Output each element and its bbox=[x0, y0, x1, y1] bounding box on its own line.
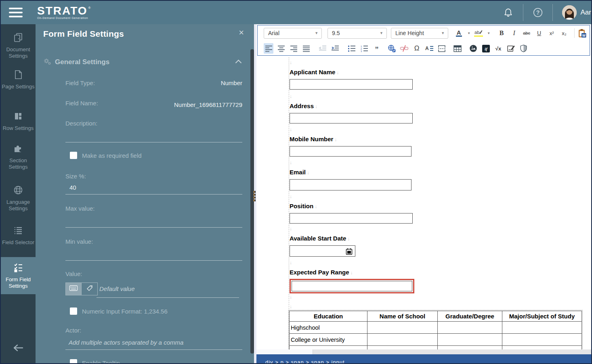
special-character-button[interactable]: Ω bbox=[412, 43, 422, 54]
font-color-button[interactable]: A bbox=[454, 28, 464, 38]
start-date-input[interactable] bbox=[290, 245, 355, 257]
splitter-grip-icon[interactable] bbox=[254, 191, 256, 202]
help-icon[interactable]: ? bbox=[533, 7, 543, 18]
sidebar-item-language-settings[interactable]: Language Settings bbox=[1, 185, 36, 212]
table-header-cell[interactable]: Major/Subject of Study bbox=[502, 311, 582, 322]
table-cell[interactable] bbox=[438, 334, 502, 346]
sidebar-item-row-settings[interactable]: Row Settings bbox=[1, 111, 36, 132]
italic-button[interactable]: I bbox=[509, 28, 519, 38]
table-header-cell[interactable]: Education bbox=[290, 311, 367, 322]
table-header-cell[interactable]: Graduate/Degree bbox=[438, 311, 502, 322]
table-cell[interactable] bbox=[502, 334, 582, 346]
close-icon[interactable]: × bbox=[239, 27, 244, 38]
numeric-format-checkbox[interactable] bbox=[70, 308, 77, 315]
table-header-cell[interactable]: Name of School bbox=[367, 311, 438, 322]
font-size-select[interactable]: 9.5▼ bbox=[327, 28, 387, 39]
tooltip-checkbox[interactable] bbox=[70, 359, 77, 363]
line-spacing-button[interactable]: A bbox=[424, 43, 434, 54]
hamburger-menu-icon[interactable] bbox=[9, 8, 23, 17]
paragraph-mark-icon: ↓ bbox=[290, 295, 292, 299]
max-value-input[interactable] bbox=[65, 227, 242, 228]
subscript-button[interactable]: x₂ bbox=[559, 28, 569, 38]
table-cell[interactable]: College or University bbox=[290, 334, 367, 346]
default-value-input[interactable]: Default value bbox=[99, 285, 135, 292]
user-avatar[interactable] bbox=[562, 5, 577, 20]
horizontal-scrollbar[interactable] bbox=[256, 349, 591, 354]
bulleted-list-button[interactable] bbox=[347, 43, 357, 54]
table-cell[interactable] bbox=[367, 346, 438, 350]
signature-button[interactable] bbox=[506, 43, 516, 54]
paste-from-word-button[interactable]: W bbox=[577, 28, 587, 38]
paragraph-mark-icon: ↓ bbox=[315, 204, 317, 209]
sidebar-item-form-field-settings[interactable]: Form Field Settings bbox=[1, 257, 36, 294]
highlight-color-button[interactable]: ab bbox=[474, 28, 483, 38]
blockquote-button[interactable]: ” bbox=[372, 43, 382, 54]
globe-icon bbox=[13, 190, 23, 197]
align-right-button[interactable] bbox=[289, 43, 298, 54]
sidebar: Document Settings Page Settings Row Sett… bbox=[1, 24, 36, 363]
expected-pay-range-input[interactable] bbox=[292, 281, 412, 291]
font-color-caret[interactable]: ▼ bbox=[467, 31, 470, 35]
general-settings-header[interactable]: General Settings bbox=[43, 57, 109, 67]
insert-link-icon[interactable] bbox=[387, 43, 397, 54]
chevron-up-icon[interactable] bbox=[235, 60, 242, 66]
collapse-back-button[interactable] bbox=[1, 343, 36, 354]
applicant-name-input[interactable] bbox=[290, 79, 413, 90]
protect-shield-icon[interactable] bbox=[519, 43, 528, 54]
topbar-actions: ? Aar bbox=[503, 1, 591, 24]
education-table[interactable]: Education Name of School Graduate/Degree… bbox=[289, 311, 582, 349]
strikethrough-button[interactable]: abc bbox=[522, 28, 531, 38]
field-type-label: Field Type: bbox=[65, 79, 95, 86]
superscript-button[interactable]: x² bbox=[547, 28, 556, 38]
insert-formula-button[interactable]: √x bbox=[493, 43, 503, 54]
outdent-button[interactable] bbox=[318, 43, 327, 54]
keyboard-mode-button[interactable] bbox=[65, 282, 82, 295]
sidebar-item-section-settings[interactable]: Section Settings bbox=[1, 143, 36, 170]
horizontal-scrollbar-thumb[interactable] bbox=[256, 349, 313, 354]
align-center-button[interactable] bbox=[276, 43, 286, 54]
insert-image-icon[interactable] bbox=[468, 43, 478, 54]
font-family-select[interactable]: Arial▼ bbox=[264, 28, 322, 39]
table-cell[interactable] bbox=[367, 322, 438, 334]
toolbar-row-1: Arial▼ 9.5▼ Line Height▼ A ▼ ab ▼ B I ab… bbox=[258, 25, 590, 41]
table-cell[interactable]: Specialized Training bbox=[290, 346, 367, 350]
tag-mode-button[interactable] bbox=[82, 282, 98, 295]
bold-button[interactable]: B bbox=[497, 28, 506, 38]
sidebar-item-label: Row Settings bbox=[1, 125, 36, 132]
line-height-select[interactable]: Line Height▼ bbox=[391, 28, 448, 39]
table-cell[interactable] bbox=[502, 346, 582, 350]
sidebar-item-field-selector[interactable]: Field Selector bbox=[1, 225, 36, 246]
numbered-list-button[interactable]: 123 bbox=[359, 43, 369, 54]
table-cell[interactable]: Highschool bbox=[290, 322, 367, 334]
align-left-button[interactable] bbox=[264, 43, 273, 54]
insert-table-icon[interactable] bbox=[453, 43, 462, 54]
element-path[interactable]: div > p > span > span > input bbox=[265, 359, 345, 363]
table-cell[interactable] bbox=[502, 322, 582, 334]
underline-button[interactable]: U bbox=[534, 28, 544, 38]
remove-link-icon[interactable] bbox=[399, 43, 409, 54]
page-break-button[interactable] bbox=[437, 43, 447, 54]
table-cell[interactable] bbox=[438, 322, 502, 334]
notifications-bell-icon[interactable] bbox=[503, 7, 514, 18]
email-input[interactable] bbox=[290, 179, 411, 190]
table-cell[interactable] bbox=[438, 346, 502, 350]
indent-button[interactable] bbox=[330, 43, 340, 54]
mobile-number-input[interactable] bbox=[290, 146, 411, 157]
table-cell[interactable] bbox=[367, 334, 438, 346]
position-input[interactable] bbox=[290, 213, 413, 224]
user-name[interactable]: Aar bbox=[581, 8, 591, 17]
sidebar-item-label: Page Settings bbox=[1, 84, 36, 90]
document-canvas[interactable]: ↓ Applicant Name↓ ↓ Address↓ ↓ Mobile Nu… bbox=[256, 56, 591, 349]
highlight-color-caret[interactable]: ▼ bbox=[487, 31, 490, 35]
actor-input[interactable]: Add multiple actors separated by a comma bbox=[69, 339, 183, 346]
align-justify-button[interactable] bbox=[301, 43, 311, 54]
conditional-if-icon[interactable]: if bbox=[481, 43, 491, 54]
sidebar-item-page-settings[interactable]: Page Settings bbox=[1, 69, 36, 90]
required-checkbox[interactable] bbox=[70, 152, 77, 159]
description-input[interactable] bbox=[65, 142, 242, 142]
min-value-input[interactable] bbox=[65, 260, 242, 261]
sidebar-item-document-settings[interactable]: Document Settings bbox=[1, 32, 36, 59]
address-input[interactable] bbox=[290, 113, 413, 123]
panel-splitter[interactable] bbox=[250, 24, 256, 363]
size-value[interactable]: 40 bbox=[69, 184, 76, 191]
